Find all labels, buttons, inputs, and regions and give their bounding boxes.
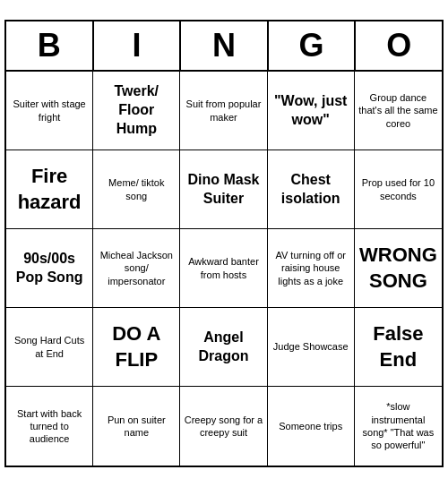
bingo-cell-3[interactable]: "Wow, just wow" bbox=[268, 72, 355, 150]
bingo-cell-20[interactable]: Start with back turned to audience bbox=[6, 387, 93, 466]
bingo-cell-19[interactable]: False End bbox=[355, 308, 442, 387]
bingo-cell-21[interactable]: Pun on suiter name bbox=[93, 387, 180, 466]
bingo-letter-g: G bbox=[269, 21, 357, 70]
bingo-cell-8[interactable]: Chest isolation bbox=[268, 150, 355, 229]
bingo-cell-15[interactable]: Song Hard Cuts at End bbox=[6, 308, 93, 387]
bingo-cell-13[interactable]: AV turning off or raising house lights a… bbox=[268, 229, 355, 308]
bingo-letter-n: N bbox=[181, 21, 269, 70]
bingo-cell-7[interactable]: Dino Mask Suiter bbox=[180, 150, 267, 229]
bingo-cell-1[interactable]: Twerk/ Floor Hump bbox=[93, 72, 180, 150]
bingo-cell-24[interactable]: *slow instrumental song* "That was so po… bbox=[355, 387, 442, 466]
bingo-cell-4[interactable]: Group dance that's all the same coreo bbox=[355, 72, 442, 150]
bingo-cell-17[interactable]: Angel Dragon bbox=[180, 308, 267, 387]
bingo-letter-o: O bbox=[356, 21, 442, 70]
bingo-cell-22[interactable]: Creepy song for a creepy suit bbox=[180, 387, 267, 466]
bingo-header: BINGO bbox=[6, 21, 442, 72]
bingo-grid: Suiter with stage frightTwerk/ Floor Hum… bbox=[6, 72, 442, 466]
bingo-cell-11[interactable]: Micheal Jackson song/ impersonator bbox=[93, 229, 180, 308]
bingo-cell-18[interactable]: Judge Showcase bbox=[268, 308, 355, 387]
bingo-cell-5[interactable]: Fire hazard bbox=[6, 150, 93, 229]
bingo-cell-10[interactable]: 90s/00s Pop Song bbox=[6, 229, 93, 308]
bingo-cell-23[interactable]: Someone trips bbox=[268, 387, 355, 466]
bingo-letter-i: I bbox=[94, 21, 182, 70]
bingo-cell-0[interactable]: Suiter with stage fright bbox=[6, 72, 93, 150]
bingo-card: BINGO Suiter with stage frightTwerk/ Flo… bbox=[4, 20, 444, 467]
bingo-cell-2[interactable]: Suit from popular maker bbox=[180, 72, 267, 150]
bingo-cell-16[interactable]: DO A FLIP bbox=[93, 308, 180, 387]
bingo-cell-12[interactable]: Awkward banter from hosts bbox=[180, 229, 267, 308]
bingo-cell-9[interactable]: Prop used for 10 seconds bbox=[355, 150, 442, 229]
bingo-cell-6[interactable]: Meme/ tiktok song bbox=[93, 150, 180, 229]
bingo-cell-14[interactable]: WRONG SONG bbox=[355, 229, 442, 308]
bingo-letter-b: B bbox=[6, 21, 94, 70]
